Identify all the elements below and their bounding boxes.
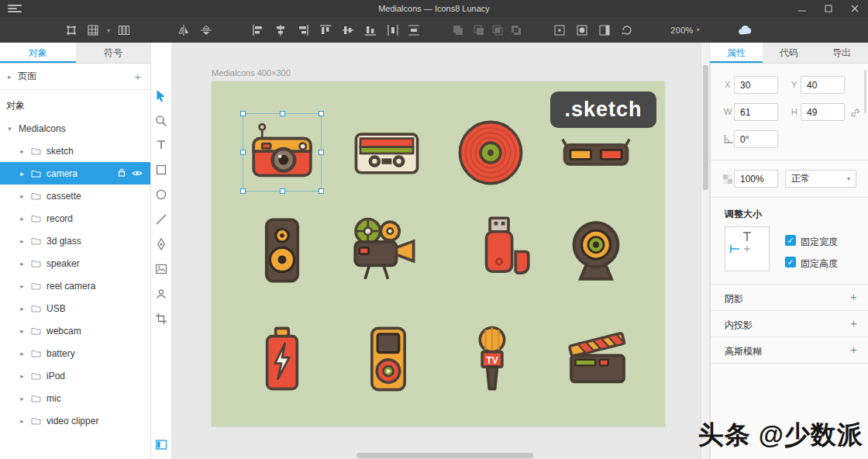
distribute-horizontal-icon[interactable] (387, 24, 399, 36)
zoom-level-dropdown[interactable]: 200% ▾ (670, 26, 699, 35)
cassette-icon[interactable] (351, 117, 422, 188)
eye-icon[interactable] (132, 168, 143, 179)
speaker-icon[interactable] (246, 215, 318, 286)
cloud-sync-icon[interactable] (737, 24, 754, 36)
tab-export[interactable]: 导出 (815, 43, 868, 63)
selection-handle[interactable] (319, 111, 324, 116)
rectangle-tool-icon[interactable] (155, 164, 167, 179)
panels-toggle-icon[interactable] (156, 439, 167, 453)
line-tool-icon[interactable] (155, 213, 167, 229)
selection-handle[interactable] (240, 188, 246, 194)
add-inner-shadow-button[interactable]: + (850, 316, 857, 330)
chevron-down-icon[interactable]: ▾ (6, 125, 13, 133)
blend-mode-dropdown[interactable]: 正常 ▾ (785, 170, 856, 188)
pen-tool-icon[interactable] (155, 238, 167, 254)
clapperboard-icon[interactable] (562, 323, 633, 395)
chevron-right-icon[interactable]: ▸ (19, 350, 26, 357)
reel-camera-icon[interactable] (348, 215, 419, 286)
chevron-right-icon[interactable]: ▸ (19, 215, 26, 223)
chevron-right-icon[interactable]: ▸ (19, 395, 26, 402)
tab-objects[interactable]: 对象 (0, 43, 76, 63)
boolean-intersect-icon[interactable] (491, 24, 504, 36)
zoom-tool-icon[interactable] (155, 115, 167, 130)
text-tool-icon[interactable] (155, 139, 167, 154)
layer-row-camera[interactable]: ▸ camera (0, 162, 150, 185)
component-icon[interactable] (553, 24, 566, 36)
maximize-button[interactable] (815, 0, 842, 17)
fix-height-checkbox[interactable]: ✓ (785, 257, 796, 267)
select-tool-icon[interactable] (155, 89, 168, 106)
distribute-vertical-icon[interactable] (408, 24, 420, 36)
chevron-right-icon[interactable]: ▸ (19, 192, 26, 200)
fix-width-checkbox[interactable]: ✓ (785, 235, 796, 246)
ellipse-tool-icon[interactable] (155, 188, 167, 204)
selection-handle[interactable] (280, 188, 285, 194)
image-tool-icon[interactable] (155, 264, 167, 278)
tab-symbols[interactable]: 符号 (76, 43, 152, 63)
align-right-icon[interactable] (297, 24, 309, 36)
artboard-title[interactable]: Medialcons 400×300 (212, 68, 291, 78)
microphone-icon[interactable]: TV (456, 323, 528, 395)
artboard-icon[interactable] (65, 24, 78, 36)
rotate-icon[interactable] (621, 24, 633, 36)
selection-handle[interactable] (319, 150, 324, 155)
horizontal-scrollbar[interactable] (356, 453, 533, 458)
usb-flash-drive-icon[interactable] (464, 212, 536, 283)
layer-row-speaker[interactable]: ▸ speaker (0, 252, 150, 274)
layer-row-cassette[interactable]: ▸ cassette (0, 185, 150, 207)
chevron-right-icon[interactable]: ▸ (19, 305, 26, 312)
chevron-right-icon[interactable]: ▸ (19, 170, 26, 178)
close-button[interactable] (842, 0, 868, 17)
chevron-right-icon[interactable]: ▸ (19, 237, 26, 245)
chevron-right-icon[interactable]: ▸ (19, 372, 26, 380)
frame-tool-icon[interactable] (155, 312, 167, 328)
link-dimensions-icon[interactable] (850, 107, 860, 121)
mask-icon[interactable] (576, 24, 588, 36)
layout-columns-icon[interactable] (118, 24, 130, 36)
layer-row-battery[interactable]: ▸ battery (0, 342, 150, 364)
tab-code[interactable]: 代码 (763, 43, 815, 63)
align-left-icon[interactable] (252, 24, 264, 36)
artboard[interactable]: .sketch (212, 81, 665, 426)
layer-row-sketch[interactable]: ▸ sketch (0, 140, 150, 162)
vertical-scrollbar-track[interactable] (701, 43, 710, 459)
selection-handle[interactable] (280, 111, 285, 116)
layer-row-usb[interactable]: ▸ USB (0, 297, 150, 319)
battery-icon[interactable] (246, 323, 318, 395)
layer-row-webcam[interactable]: ▸ webcam (0, 319, 150, 342)
layer-row-medialcons[interactable]: ▾ Medialcons (0, 117, 150, 140)
opacity-input[interactable] (734, 170, 778, 188)
layer-row-mic[interactable]: ▸ mic (0, 387, 150, 409)
height-input[interactable] (801, 103, 845, 121)
align-vertical-center-icon[interactable] (342, 24, 354, 36)
boolean-union-icon[interactable] (452, 24, 464, 36)
align-horizontal-center-icon[interactable] (274, 24, 287, 36)
align-top-icon[interactable] (319, 24, 332, 36)
lock-icon[interactable] (118, 167, 126, 179)
x-input[interactable] (734, 76, 778, 94)
align-bottom-icon[interactable] (364, 24, 377, 36)
webcam-icon[interactable] (560, 215, 632, 286)
layer-row-record[interactable]: ▸ record (0, 207, 150, 230)
grid-icon[interactable] (87, 24, 99, 36)
tab-properties[interactable]: 属性 (710, 43, 763, 63)
selection-handle[interactable] (240, 150, 246, 155)
selection-handle[interactable] (240, 111, 246, 116)
3d-glasses-icon[interactable] (560, 118, 632, 189)
flip-vertical-icon[interactable] (200, 24, 212, 36)
record-icon[interactable] (455, 117, 526, 188)
resize-constraints-widget[interactable] (725, 226, 770, 271)
layer-row-reel-camera[interactable]: ▸ reel camera (0, 274, 150, 297)
chevron-right-icon[interactable]: ▸ (6, 73, 13, 81)
y-input[interactable] (801, 76, 845, 94)
vertical-scrollbar-thumb[interactable] (703, 65, 708, 190)
chevron-right-icon[interactable]: ▸ (19, 260, 26, 267)
minimize-button[interactable] (789, 0, 815, 17)
pages-section[interactable]: ▸ 页面 + (0, 64, 150, 90)
boolean-difference-icon[interactable] (510, 24, 522, 36)
avatar-tool-icon[interactable] (155, 288, 167, 303)
chevron-right-icon[interactable]: ▸ (19, 147, 26, 155)
chevron-right-icon[interactable]: ▸ (19, 282, 26, 290)
rotation-input[interactable] (734, 130, 778, 148)
add-shadow-button[interactable]: + (850, 290, 857, 303)
